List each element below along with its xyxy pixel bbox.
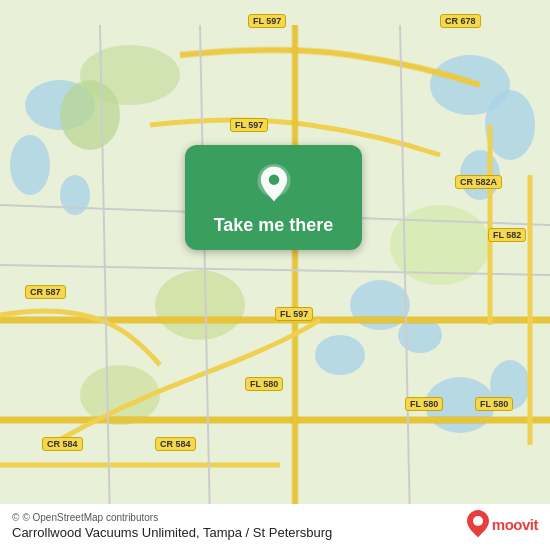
map-container: FL 597 CR 678 FL 597 CR 582A CR 587 FL 5… <box>0 0 550 550</box>
bottom-bar: © © OpenStreetMap contributors Carrollwo… <box>0 504 550 550</box>
road-label-cr584-mid: CR 584 <box>155 437 196 451</box>
attribution-label: © OpenStreetMap contributors <box>22 512 158 523</box>
road-label-cr678: CR 678 <box>440 14 481 28</box>
svg-point-18 <box>268 174 279 185</box>
map-background <box>0 0 550 550</box>
road-label-fl580-right2: FL 580 <box>475 397 513 411</box>
attribution-text: © © OpenStreetMap contributors <box>12 512 538 523</box>
moovit-logo: moovit <box>467 510 538 538</box>
road-label-cr587: CR 587 <box>25 285 66 299</box>
copyright-symbol: © <box>12 512 19 523</box>
road-label-fl597-bot: FL 597 <box>275 307 313 321</box>
svg-point-2 <box>10 135 50 195</box>
svg-point-14 <box>155 270 245 340</box>
road-label-fl597-mid: FL 597 <box>230 118 268 132</box>
moovit-pin-icon <box>467 510 489 538</box>
location-pin-icon <box>253 163 295 205</box>
road-label-fl580-right1: FL 580 <box>405 397 443 411</box>
location-name: Carrollwood Vacuums Unlimited, Tampa / S… <box>12 525 538 540</box>
road-label-cr582a: CR 582A <box>455 175 502 189</box>
road-label-fl582: FL 582 <box>488 228 526 242</box>
moovit-text: moovit <box>492 516 538 533</box>
road-label-fl580-mid: FL 580 <box>245 377 283 391</box>
svg-point-19 <box>473 516 483 526</box>
button-label: Take me there <box>214 215 334 236</box>
road-label-fl597-top: FL 597 <box>248 14 286 28</box>
road-label-cr584-left: CR 584 <box>42 437 83 451</box>
svg-point-11 <box>315 335 365 375</box>
take-me-there-button[interactable]: Take me there <box>185 145 362 250</box>
svg-point-5 <box>60 80 120 150</box>
